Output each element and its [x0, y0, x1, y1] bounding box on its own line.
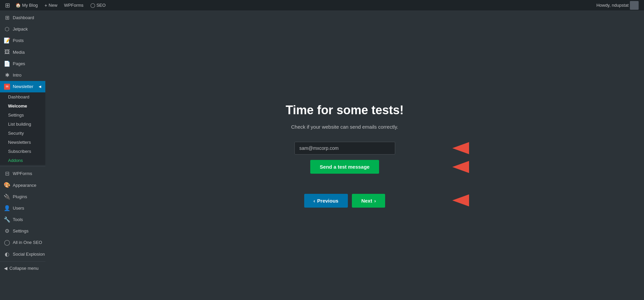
arrow-send-icon: [452, 161, 469, 173]
wizard-subtitle: Check if your website can send emails co…: [241, 124, 449, 130]
intro-icon: ✱: [4, 72, 10, 78]
send-test-row: Send a test message: [241, 160, 449, 174]
adminbar-seo-icon: ◯: [90, 3, 95, 8]
submenu-item-security[interactable]: Security: [0, 129, 45, 138]
previous-label: Previous: [317, 198, 338, 204]
adminbar-seo-label: SEO: [96, 3, 105, 8]
submenu-item-dashboard[interactable]: Dashboard: [0, 92, 45, 101]
newsletter-submenu: Dashboard Welcome Settings List building…: [0, 92, 45, 165]
wizard-card: Time for some tests! Check if your websi…: [227, 83, 462, 228]
adminbar-wpforms[interactable]: WPForms: [61, 0, 87, 11]
sidebar-item-all-in-one-seo[interactable]: ◯ All in One SEO: [0, 237, 45, 248]
adminbar-wpforms-label: WPForms: [64, 3, 84, 8]
sidebar-item-settings[interactable]: ⚙ Settings: [0, 225, 45, 237]
sidebar-item-label: WPForms: [13, 171, 32, 177]
chevron-right-icon: ›: [374, 198, 376, 204]
wizard-title: Time for some tests!: [241, 103, 449, 117]
plugins-icon: 🔌: [4, 194, 10, 200]
users-icon: 👤: [4, 205, 10, 211]
sidebar-item-intro[interactable]: ✱ Intro: [0, 70, 45, 81]
chevron-left-icon: ‹: [314, 198, 315, 204]
email-input-row: [241, 142, 449, 155]
submenu-item-list-building[interactable]: List building: [0, 120, 45, 129]
menu-separator-2: [0, 261, 45, 262]
wizard-nav: ‹ Previous Next ›: [241, 194, 449, 208]
sidebar-item-label: Social Explosion: [13, 251, 45, 257]
sidebar-item-newsletter[interactable]: ✉ Newsletter ◀: [0, 81, 45, 92]
sidebar-item-label: Plugins: [13, 194, 27, 200]
sidebar-item-label: Intro: [13, 72, 21, 78]
email-input[interactable]: [294, 142, 395, 155]
submenu-item-addons[interactable]: Addons: [0, 156, 45, 165]
social-icon: ◐: [4, 251, 10, 257]
appearance-icon: 🎨: [4, 182, 10, 188]
adminbar-new-label: New: [49, 3, 57, 8]
media-icon: 🖼: [4, 49, 10, 55]
adminbar-seo[interactable]: ◯ SEO: [87, 0, 109, 11]
settings-icon: ⚙: [4, 228, 10, 234]
arrow-nav-icon: [452, 194, 469, 207]
sidebar-newsletter-label: Newsletter: [13, 84, 33, 90]
adminbar-site-name: My Blog: [22, 3, 38, 8]
sidebar-item-label: Dashboard: [13, 15, 34, 21]
sidebar: ⊞ Dashboard ⬡ Jetpack 📝 Posts 🖼 Media 📄 …: [0, 11, 45, 300]
sidebar-item-pages[interactable]: 📄 Pages: [0, 58, 45, 70]
wpforms-icon: ⊟: [4, 171, 10, 177]
main-content: Time for some tests! Check if your websi…: [45, 11, 644, 300]
collapse-menu[interactable]: ◀ Collapse menu: [0, 263, 45, 273]
newsletter-icon: ✉: [4, 84, 10, 90]
sidebar-item-label: Jetpack: [13, 26, 28, 32]
posts-icon: 📝: [4, 38, 10, 44]
adminbar-user: Howdy, ndupstat: [596, 1, 641, 10]
sidebar-item-label: Pages: [13, 61, 25, 67]
adminbar-site-icon: 🏠: [15, 3, 21, 8]
svg-marker-0: [452, 142, 469, 154]
wp-logo[interactable]: ⊞: [3, 0, 12, 11]
submenu-item-welcome[interactable]: Welcome: [0, 101, 45, 111]
svg-marker-2: [452, 194, 469, 206]
sidebar-item-label: Posts: [13, 38, 24, 44]
submenu-item-settings[interactable]: Settings: [0, 111, 45, 120]
tools-icon: 🔧: [4, 217, 10, 223]
svg-marker-1: [452, 161, 469, 173]
menu-separator: [0, 166, 45, 167]
sidebar-item-tools[interactable]: 🔧 Tools: [0, 214, 45, 225]
next-button[interactable]: Next ›: [352, 194, 385, 208]
arrow-email-icon: [452, 142, 469, 154]
adminbar-howdy: Howdy, ndupstat: [596, 3, 629, 8]
jetpack-icon: ⬡: [4, 26, 10, 32]
next-label: Next: [361, 198, 372, 204]
sidebar-item-label: Settings: [13, 228, 29, 234]
sidebar-item-posts[interactable]: 📝 Posts: [0, 35, 45, 46]
seo-icon: ◯: [4, 240, 10, 246]
send-test-button[interactable]: Send a test message: [310, 160, 379, 174]
sidebar-item-label: All in One SEO: [13, 240, 42, 246]
sidebar-item-dashboard[interactable]: ⊞ Dashboard: [0, 12, 45, 24]
sidebar-item-appearance[interactable]: 🎨 Appearance: [0, 180, 45, 191]
sidebar-item-label: Tools: [13, 217, 23, 223]
sidebar-item-label: Appearance: [13, 182, 36, 188]
sidebar-item-wpforms[interactable]: ⊟ WPForms: [0, 168, 45, 179]
adminbar-new[interactable]: + New: [41, 0, 61, 11]
adminbar-site[interactable]: 🏠 My Blog: [12, 0, 41, 11]
newsletter-arrow-icon: ◀: [39, 84, 41, 89]
collapse-label: Collapse menu: [9, 266, 39, 271]
pages-icon: 📄: [4, 61, 10, 67]
plus-icon: +: [45, 3, 47, 8]
dashboard-icon: ⊞: [4, 15, 10, 21]
previous-button[interactable]: ‹ Previous: [304, 194, 348, 208]
sidebar-item-plugins[interactable]: 🔌 Plugins: [0, 191, 45, 203]
sidebar-item-label: Media: [13, 49, 25, 55]
admin-bar: ⊞ 🏠 My Blog + New WPForms ◯ SEO Howdy, n…: [0, 0, 644, 11]
sidebar-item-users[interactable]: 👤 Users: [0, 203, 45, 214]
submenu-item-subscribers[interactable]: Subscribers: [0, 147, 45, 156]
collapse-icon: ◀: [4, 266, 7, 271]
avatar: [630, 1, 639, 10]
sidebar-item-social-explosion[interactable]: ◐ Social Explosion: [0, 249, 45, 260]
sidebar-item-label: Users: [13, 205, 24, 211]
sidebar-item-media[interactable]: 🖼 Media: [0, 47, 45, 58]
sidebar-item-jetpack[interactable]: ⬡ Jetpack: [0, 24, 45, 35]
submenu-item-newsletters[interactable]: Newsletters: [0, 138, 45, 147]
